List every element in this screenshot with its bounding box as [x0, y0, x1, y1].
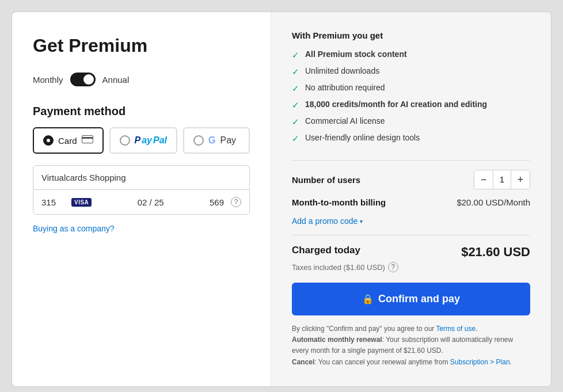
qty-value: 1	[493, 170, 511, 189]
charged-today-amount: $21.60 USD	[461, 245, 530, 260]
check-icon-1: ✓	[292, 50, 299, 60]
users-label: Number of users	[292, 175, 360, 185]
cancel-text: : You can cancel your renewal anytime fr…	[314, 358, 450, 366]
quantity-control: − 1 +	[474, 170, 530, 189]
confirm-pay-button[interactable]: 🔒 Confirm and pay	[292, 283, 530, 315]
monthly-label: Monthly	[33, 75, 63, 85]
billing-toggle[interactable]	[70, 73, 96, 86]
cvv-help-icon[interactable]: ?	[231, 197, 241, 207]
radio-paypal	[120, 135, 130, 146]
main-container: Get Premium Monthly Annual Payment metho…	[12, 12, 551, 387]
list-item: ✓ Commercial AI license	[292, 116, 530, 127]
check-icon-2: ✓	[292, 67, 299, 77]
cancel-label: Cancel	[292, 358, 314, 366]
card-expiry: 02 / 25	[98, 197, 203, 207]
payment-section-title: Payment method	[33, 105, 250, 118]
taxes-note-text: Taxes included ($1.60 USD)	[292, 263, 385, 272]
card-label: Card	[58, 136, 77, 146]
increase-qty-button[interactable]: +	[511, 170, 530, 189]
taxes-help-icon[interactable]: ?	[388, 262, 398, 272]
billing-period-value: $20.00 USD/Month	[457, 197, 530, 207]
card-form: 315 VISA 02 / 25 569 ?	[33, 165, 250, 215]
promo-link[interactable]: Add a promo code ▾	[292, 216, 530, 226]
terms-text: By clicking "Confirm and pay" you agree …	[292, 324, 530, 368]
svg-rect-1	[82, 137, 93, 139]
check-icon-3: ✓	[292, 83, 299, 94]
terms-line2: .	[475, 325, 477, 333]
card-number-last: 315	[41, 197, 64, 207]
list-item: ✓ All Premium stock content	[292, 50, 530, 60]
paypal-logo: PayPal	[135, 135, 167, 146]
right-panel: With Premium you get ✓ All Premium stock…	[271, 12, 551, 386]
gpay-rest: Pay	[220, 135, 236, 146]
annual-label: Annual	[102, 75, 130, 85]
benefit-text-4: 18,000 credits/month for AI creation and…	[305, 100, 487, 109]
payment-option-card[interactable]: Card	[33, 127, 104, 154]
list-item: ✓ User-friendly online design tools	[292, 133, 530, 144]
paypal-rest: Pal	[153, 135, 167, 146]
chevron-down-icon: ▾	[360, 218, 363, 224]
promo-row: Add a promo code ▾	[292, 216, 530, 226]
billing-toggle-row: Monthly Annual	[33, 73, 250, 86]
terms-link[interactable]: Terms of use	[436, 325, 475, 333]
auto-renewal-label: Automatic monthly renewal	[292, 336, 382, 344]
check-icon-4: ✓	[292, 100, 299, 111]
page-title: Get Premium	[33, 35, 250, 56]
benefit-text-2: Unlimited downloads	[305, 66, 379, 75]
payment-option-paypal[interactable]: PayPal	[109, 127, 177, 154]
radio-gpay	[193, 135, 204, 146]
toggle-thumb	[83, 74, 94, 85]
billing-period-label: Month-to-month billing	[292, 197, 386, 207]
promo-link-text: Add a promo code	[292, 216, 357, 226]
benefit-text-6: User-friendly online design tools	[305, 133, 420, 142]
list-item: ✓ Unlimited downloads	[292, 66, 530, 77]
card-name-input[interactable]	[33, 165, 250, 189]
cancel-end: .	[510, 358, 512, 366]
billing-period-row: Month-to-month billing $20.00 USD/Month	[292, 197, 530, 207]
terms-line1: By clicking "Confirm and pay" you agree …	[292, 325, 436, 333]
card-icon	[82, 135, 93, 146]
charged-today-label: Charged today	[292, 245, 360, 256]
gpay-g: G	[208, 135, 215, 146]
card-details-row: 315 VISA 02 / 25 569 ?	[33, 189, 250, 215]
svg-rect-0	[82, 136, 93, 143]
benefit-text-5: Commercial AI license	[305, 116, 385, 125]
decrease-qty-button[interactable]: −	[474, 170, 493, 189]
divider-1	[292, 160, 530, 161]
benefits-title: With Premium you get	[292, 31, 530, 40]
check-icon-6: ✓	[292, 134, 299, 144]
taxes-note-row: Taxes included ($1.60 USD) ?	[292, 262, 530, 272]
lock-icon: 🔒	[362, 294, 374, 305]
benefit-text-1: All Premium stock content	[305, 50, 407, 59]
list-item: ✓ 18,000 credits/month for AI creation a…	[292, 100, 530, 111]
benefit-text-3: No attribution required	[305, 83, 385, 92]
confirm-btn-label: Confirm and pay	[378, 293, 460, 305]
charged-today-row: Charged today $21.60 USD	[292, 245, 530, 260]
users-row: Number of users − 1 +	[292, 170, 530, 189]
visa-badge: VISA	[71, 198, 92, 207]
divider-2	[292, 235, 530, 235]
card-cvv: 569	[210, 197, 224, 207]
payment-methods: Card PayPal G Pay	[33, 127, 250, 154]
paypal-p1: P	[135, 135, 141, 146]
cancel-subscription-link[interactable]: Subscription > Plan	[450, 358, 510, 366]
check-icon-5: ✓	[292, 117, 299, 127]
payment-option-gpay[interactable]: G Pay	[183, 127, 250, 154]
left-panel: Get Premium Monthly Annual Payment metho…	[12, 12, 271, 386]
radio-card	[43, 135, 54, 146]
paypal-p2: ay	[142, 135, 152, 146]
benefit-list: ✓ All Premium stock content ✓ Unlimited …	[292, 50, 530, 144]
company-link[interactable]: Buying as a company?	[33, 224, 115, 233]
list-item: ✓ No attribution required	[292, 83, 530, 94]
